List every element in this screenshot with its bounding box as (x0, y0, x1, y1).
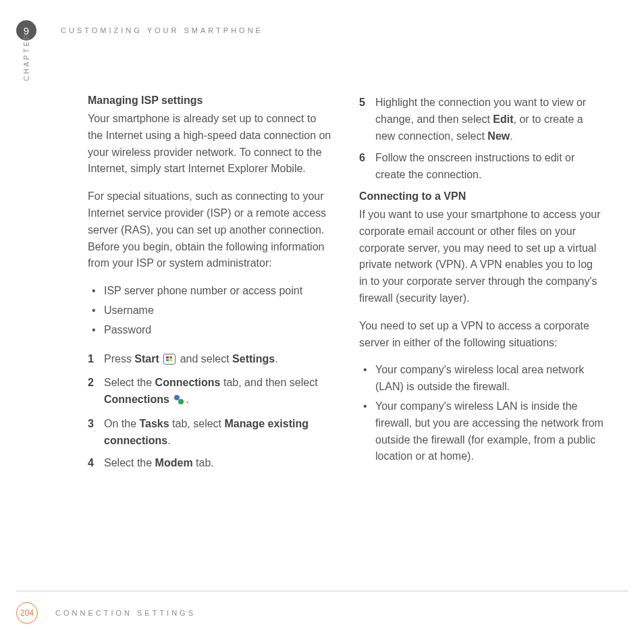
step-4: 4 Select the Modem tab. (88, 455, 332, 472)
edit-keyword: Edit (493, 113, 513, 125)
tasks-keyword: Tasks (139, 418, 169, 429)
connections-keyword: Connections (155, 377, 221, 388)
svg-rect-1 (166, 356, 169, 358)
step-2: 2 Select the Connections tab, and then s… (88, 375, 332, 410)
connections-keyword: Connections (104, 394, 169, 405)
step-text: tab. (193, 457, 214, 468)
step-text: and select (180, 353, 232, 365)
step-3: 3 On the Tasks tab, select Manage existi… (88, 416, 332, 450)
vpn-situations-list: Your company's wireless local area netwo… (359, 362, 603, 465)
step-number: 4 (88, 455, 94, 472)
step-number: 3 (88, 416, 94, 433)
heading-isp: Managing ISP settings (88, 95, 332, 107)
vpn-paragraph-1: If you want to use your smartphone to ac… (359, 207, 603, 307)
step-text: . (275, 353, 277, 365)
svg-rect-3 (166, 359, 169, 361)
svg-rect-4 (169, 359, 172, 361)
isp-steps: 1 Press Start and select Settings. 2 Sel… (88, 351, 332, 472)
step-text: Follow the onscreen instructions to edit… (375, 152, 574, 180)
heading-vpn: Connecting to a VPN (359, 190, 603, 203)
left-column: Managing ISP settings Your smartphone is… (88, 95, 332, 477)
svg-rect-2 (169, 356, 172, 358)
step-1: 1 Press Start and select Settings. (88, 351, 332, 370)
step-text: On the (104, 418, 139, 429)
step-text: . (167, 435, 170, 446)
list-item: ISP server phone number or access point (88, 283, 332, 300)
page-header: 9 CUSTOMIZING YOUR SMARTPHONE (16, 20, 628, 41)
step-6: 6 Follow the onscreen instructions to ed… (359, 150, 603, 184)
step-5: 5 Highlight the connection you want to v… (359, 95, 603, 144)
new-keyword: New (487, 130, 510, 142)
list-item: Password (88, 322, 332, 339)
chapter-title: CUSTOMIZING YOUR SMARTPHONE (61, 26, 263, 34)
settings-keyword: Settings (232, 353, 275, 365)
windows-start-icon (163, 353, 176, 370)
step-text: Press (104, 353, 134, 365)
step-text: . (186, 394, 188, 405)
list-item: Your company's wireless LAN is inside th… (359, 398, 603, 465)
list-item: Your company's wireless local area netwo… (359, 362, 603, 396)
footer-section-title: CONNECTION SETTINGS (55, 609, 196, 617)
step-text: Select the (104, 457, 155, 468)
page-footer: 204 CONNECTION SETTINGS (16, 591, 628, 624)
step-text: . (510, 130, 512, 142)
isp-info-list: ISP server phone number or access point … (88, 283, 332, 338)
start-keyword: Start (134, 353, 159, 365)
step-number: 6 (359, 150, 365, 167)
page-number: 204 (20, 608, 34, 618)
content-columns: Managing ISP settings Your smartphone is… (88, 95, 603, 477)
isp-paragraph-1: Your smartphone is already set up to con… (88, 111, 332, 178)
list-item: Username (88, 302, 332, 319)
step-text: Select the (104, 377, 155, 388)
right-column: 5 Highlight the connection you want to v… (359, 95, 603, 477)
page-number-badge: 204 (16, 602, 38, 624)
step-number: 2 (88, 375, 94, 392)
isp-paragraph-2: For special situations, such as connecti… (88, 188, 332, 272)
chapter-side-label: CHAPTER (23, 32, 30, 81)
step-text: tab, select (169, 418, 225, 429)
isp-steps-continued: 5 Highlight the connection you want to v… (359, 95, 603, 184)
step-number: 5 (359, 95, 365, 111)
step-number: 1 (88, 351, 94, 368)
connections-icon (173, 394, 184, 410)
modem-keyword: Modem (155, 457, 193, 468)
step-text: tab, and then select (221, 377, 318, 388)
vpn-paragraph-2: You need to set up a VPN to access a cor… (359, 318, 603, 352)
